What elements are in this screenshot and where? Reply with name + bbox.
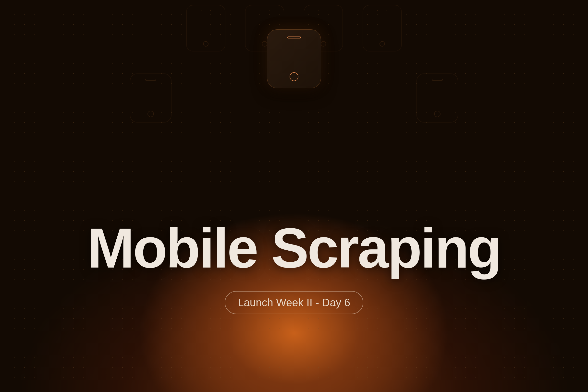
center-phone-icon-box — [267, 30, 321, 88]
phone-camera — [380, 41, 385, 46]
center-phone-camera — [290, 72, 298, 81]
phone-camera — [321, 41, 326, 46]
phone-notch — [145, 79, 156, 80]
phone-camera — [262, 41, 267, 46]
phone-camera — [203, 41, 208, 46]
phone-notch — [377, 10, 387, 11]
center-phone-icon-wrapper — [267, 30, 321, 88]
phone-mid-left-box — [130, 74, 172, 122]
bg-phone-icon-4 — [362, 5, 402, 52]
badge-label: Launch Week II - Day 6 — [238, 296, 350, 309]
mid-phone-icon-right — [416, 74, 458, 122]
launch-week-badge: Launch Week II - Day 6 — [225, 291, 364, 314]
main-title: Mobile Scraping — [88, 220, 500, 276]
bg-phone-icon-1 — [186, 5, 226, 52]
mid-phone-icon-left — [130, 74, 172, 122]
phone-mid-right-box — [416, 74, 458, 122]
phone-camera — [148, 111, 154, 117]
phone-notch — [260, 10, 270, 11]
phone-camera — [434, 111, 440, 117]
phone-notch — [201, 10, 211, 11]
center-phone-notch — [288, 36, 301, 38]
main-content: Mobile Scraping Launch Week II - Day 6 — [0, 172, 588, 392]
phone-notch — [318, 10, 328, 11]
phone-notch — [432, 79, 443, 80]
